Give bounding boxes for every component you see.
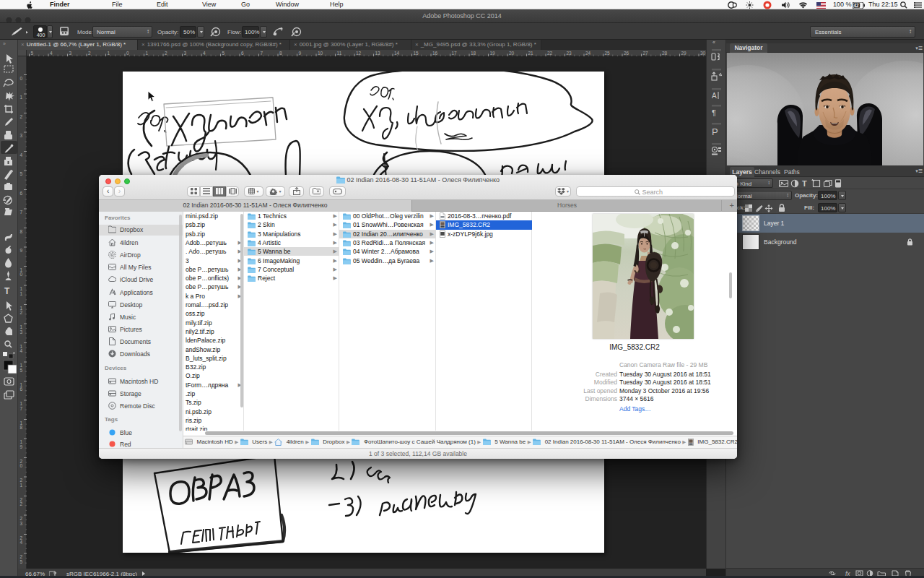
- svg-text:5: 5: [31, 51, 34, 56]
- svg-text:7: 7: [20, 210, 23, 215]
- svg-text:T: T: [802, 179, 807, 188]
- svg-text:42: 42: [853, 3, 859, 8]
- svg-text:0: 0: [20, 76, 23, 81]
- svg-text:4: 4: [20, 152, 23, 158]
- svg-text:6: 6: [241, 51, 244, 56]
- svg-text:7: 7: [261, 51, 263, 56]
- svg-text:5: 5: [20, 171, 23, 176]
- svg-text:16: 16: [432, 51, 438, 56]
- svg-text:9: 9: [20, 444, 23, 449]
- svg-text:4: 4: [50, 51, 53, 56]
- svg-text:¶: ¶: [712, 108, 716, 117]
- svg-text:23: 23: [567, 51, 572, 56]
- svg-text:6: 6: [20, 387, 23, 392]
- svg-text:3: 3: [20, 133, 23, 138]
- svg-text:0: 0: [20, 272, 23, 277]
- svg-text:12: 12: [356, 51, 362, 56]
- svg-text:24: 24: [585, 51, 591, 56]
- svg-text:13: 13: [375, 51, 381, 56]
- svg-text:1: 1: [20, 291, 23, 296]
- svg-text:5: 5: [20, 368, 23, 373]
- svg-text:»: »: [3, 41, 6, 46]
- svg-text:27: 27: [643, 51, 649, 56]
- svg-text:6: 6: [20, 191, 23, 196]
- svg-text:1: 1: [146, 51, 149, 56]
- svg-text:11: 11: [337, 51, 342, 56]
- svg-text:«: «: [712, 40, 715, 45]
- svg-text:30: 30: [700, 51, 706, 56]
- svg-text:2: 2: [165, 51, 167, 56]
- svg-text:2: 2: [20, 310, 23, 315]
- svg-text:9: 9: [20, 248, 23, 253]
- svg-text:1: 1: [20, 95, 23, 100]
- svg-text:26: 26: [624, 51, 629, 56]
- svg-text:P: P: [712, 126, 718, 137]
- svg-text:2: 2: [88, 51, 91, 56]
- svg-text:1: 1: [20, 483, 23, 488]
- svg-text:T: T: [4, 286, 10, 296]
- svg-text:3: 3: [20, 521, 23, 526]
- svg-text:9: 9: [299, 51, 302, 56]
- svg-text:10: 10: [318, 51, 323, 56]
- svg-text:3: 3: [184, 51, 187, 56]
- svg-text:14: 14: [394, 51, 400, 56]
- svg-text:19: 19: [490, 51, 496, 56]
- svg-text:29: 29: [681, 51, 687, 56]
- svg-text:18: 18: [471, 51, 476, 56]
- svg-text:17: 17: [452, 51, 458, 56]
- svg-text:25: 25: [605, 51, 611, 56]
- svg-text:28: 28: [662, 51, 668, 56]
- svg-text:2: 2: [20, 114, 23, 119]
- svg-text:5: 5: [20, 559, 23, 564]
- svg-text:0: 0: [20, 463, 23, 468]
- svg-text:22: 22: [547, 51, 553, 56]
- svg-text:1: 1: [108, 51, 110, 56]
- svg-text:8: 8: [20, 229, 23, 234]
- svg-text:4: 4: [20, 348, 23, 353]
- svg-text:0: 0: [126, 51, 129, 56]
- svg-text:A: A: [712, 92, 717, 100]
- svg-text:20: 20: [509, 51, 515, 56]
- svg-text:4: 4: [203, 51, 206, 56]
- svg-text:7: 7: [20, 406, 23, 411]
- svg-text:2: 2: [20, 501, 23, 506]
- svg-text:5: 5: [222, 51, 225, 56]
- svg-text:8: 8: [279, 51, 282, 56]
- svg-text:3: 3: [69, 51, 72, 56]
- svg-text:15: 15: [414, 51, 419, 56]
- svg-text:8: 8: [20, 425, 23, 430]
- svg-text:21: 21: [528, 51, 534, 56]
- svg-text:3: 3: [20, 329, 23, 335]
- svg-text:4: 4: [20, 540, 23, 545]
